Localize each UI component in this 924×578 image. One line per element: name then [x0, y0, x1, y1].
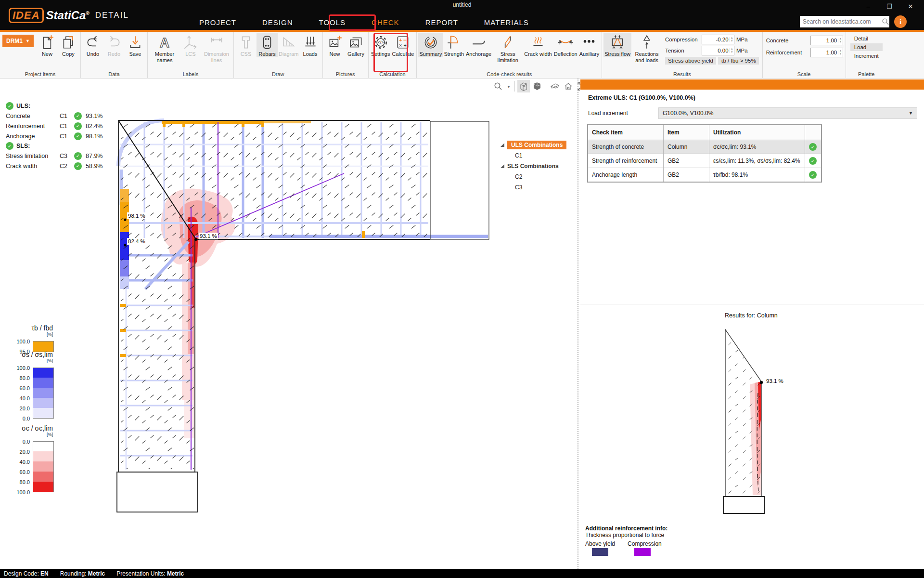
expander-icon[interactable]	[500, 164, 504, 168]
calculate-button[interactable]: + − × ÷ Calculate	[391, 33, 415, 57]
close-icon[interactable]: ✕	[900, 0, 921, 13]
check-ok-icon	[809, 143, 817, 151]
restore-icon[interactable]: ❐	[879, 0, 900, 13]
deflection-button[interactable]: Deflection	[553, 33, 578, 57]
registered-mark: ®	[86, 11, 89, 16]
titlebar: untitled – ❐ ✕ IDEA StatiCa® DETAIL PROJ…	[0, 0, 924, 30]
summary-button[interactable]: Summary	[418, 33, 443, 57]
svg-text:÷: ÷	[404, 42, 407, 48]
group-caption: Project items	[1, 71, 79, 78]
strength-button[interactable]: Strength	[443, 33, 465, 57]
panel-accent-bar	[580, 79, 924, 90]
dimension-lines-button[interactable]: Dimension lines	[201, 33, 232, 63]
concrete-scale-stepper[interactable]: 1.00 ∧∨	[810, 36, 843, 45]
above-yield-swatch	[592, 548, 608, 556]
tree-item-c1[interactable]: C1	[500, 150, 576, 161]
stepper-arrows-icon[interactable]: ∧∨	[838, 38, 842, 43]
crack-width-button[interactable]: Crack width	[523, 33, 552, 57]
expander-icon[interactable]	[500, 143, 504, 147]
redo-button[interactable]: Redo	[103, 33, 125, 57]
tab-report[interactable]: REPORT	[423, 17, 461, 27]
model-canvas[interactable]: ▾ ULS:	[0, 79, 577, 569]
tree-item-uls-combinations[interactable]: ULS Combinations	[500, 140, 576, 150]
tree-item-sls-combinations[interactable]: SLS Combinations	[500, 161, 576, 171]
svg-text:A: A	[160, 35, 169, 50]
idea-logo: IDEA	[9, 8, 44, 23]
column-result-figure	[712, 321, 847, 523]
load-increment-dropdown[interactable]: G100.0%, V100.0% ▼	[658, 107, 917, 119]
info-icon[interactable]: i	[894, 15, 907, 28]
settings-button[interactable]: </> Settings	[370, 33, 391, 57]
group-caption: Draw	[235, 71, 321, 78]
calculate-icon: + − × ÷	[395, 34, 411, 51]
settings-gear-icon: </>	[372, 34, 389, 51]
compression-stepper[interactable]: -0.20 ∧∨	[702, 35, 734, 44]
ribbon-group-results: Stress flow Reactions and loads Compress…	[602, 32, 762, 78]
concrete-scale-label: Concrete	[766, 38, 808, 43]
reinforcement-scale-label: Reinforcement	[766, 50, 808, 55]
summary-check-icon	[423, 34, 439, 51]
tab-design[interactable]: DESIGN	[259, 17, 296, 27]
design-code-status: Design Code: EN	[4, 570, 49, 577]
stress-flow-button[interactable]: Stress flow	[603, 33, 631, 57]
tab-check[interactable]: CHECK	[369, 17, 402, 27]
tab-tools[interactable]: TOOLS	[316, 17, 349, 27]
stepper-arrows-icon[interactable]: ∧∨	[730, 48, 734, 53]
reinforcement-utilization-label: 82.4 %	[127, 238, 146, 245]
diagram-button[interactable]: Diagram	[278, 33, 300, 57]
palette-load-button[interactable]: Load	[850, 43, 883, 51]
undo-button[interactable]: Undo	[82, 33, 103, 57]
idea-statica-detail-app: untitled – ❐ ✕ IDEA StatiCa® DETAIL PROJ…	[0, 0, 924, 578]
tab-project[interactable]: PROJECT	[196, 17, 239, 27]
stress-limitation-icon	[500, 34, 516, 51]
reactions-and-loads-button[interactable]: Reactions and loads	[631, 33, 662, 63]
col-check-item: Check item	[588, 125, 664, 140]
group-caption: Labels	[149, 71, 232, 78]
auxiliary-button[interactable]: Auxiliary	[578, 33, 601, 57]
tree-item-c3[interactable]: C3	[500, 182, 576, 193]
project-item-dropdown[interactable]: DRM1▼	[2, 35, 34, 47]
search-icon[interactable]	[882, 18, 889, 26]
deflection-icon	[557, 34, 574, 51]
table-row[interactable]: Strength of reinforcement GB2 εs/εs,lim:…	[588, 154, 821, 168]
lcs-button[interactable]: LCS	[180, 33, 201, 57]
stepper-arrows-icon[interactable]: ∧∨	[838, 50, 842, 55]
rebars-icon	[259, 34, 275, 51]
tension-stepper[interactable]: 0.00 ∧∨	[702, 46, 734, 55]
ribbon-group-draw: CSS Rebars Diagram	[234, 32, 323, 78]
ribbon-group-project-items: DRM1▼ New Copy	[0, 32, 81, 78]
table-header-row: Check item Item Utilization	[588, 125, 821, 140]
tab-materials[interactable]: MATERIALS	[481, 17, 532, 27]
stepper-arrows-icon[interactable]: ∧∨	[730, 37, 734, 42]
table-row[interactable]: Strength of concrete Column σc/σc,lim: 9…	[588, 140, 821, 154]
new-project-item-button[interactable]: New	[37, 33, 58, 57]
loads-button[interactable]: Loads	[300, 33, 321, 57]
copy-button[interactable]: Copy	[58, 33, 79, 57]
anchorage-button[interactable]: Anchorage	[465, 33, 492, 57]
minimize-icon[interactable]: –	[858, 0, 879, 13]
ribbon-group-palette: Detail Load Increment Palette	[846, 32, 887, 78]
rebars-button[interactable]: Rebars	[257, 33, 278, 57]
lcs-axes-icon	[182, 34, 199, 51]
tb-fbu-button[interactable]: τb / fbu > 95%	[718, 57, 759, 65]
new-document-icon	[39, 34, 55, 51]
stress-above-yield-button[interactable]: Stress above yield	[665, 57, 716, 65]
css-button[interactable]: CSS	[235, 33, 257, 57]
statica-logo: StatiCa	[46, 9, 86, 22]
new-picture-button[interactable]: New	[324, 33, 346, 57]
gallery-button[interactable]: Gallery	[346, 33, 367, 57]
concrete-utilization-label: 93.1 %	[199, 233, 218, 239]
search-input[interactable]	[800, 18, 882, 25]
gallery-icon	[348, 34, 364, 51]
reinforcement-scale-stepper[interactable]: 1.00 ∧∨	[810, 48, 843, 57]
palette-detail-button[interactable]: Detail	[850, 35, 883, 42]
member-names-button[interactable]: A Member names	[149, 33, 180, 63]
stress-limitation-button[interactable]: Stress limitation	[492, 33, 523, 63]
palette-increment-button[interactable]: Increment	[850, 52, 883, 60]
save-button[interactable]: Save	[125, 33, 146, 57]
tree-item-c2[interactable]: C2	[500, 171, 576, 182]
group-caption: Results	[603, 71, 760, 78]
check-results-table: Check item Item Utilization Strength of …	[587, 124, 822, 183]
table-row[interactable]: Anchorage length GB2 τb/fbd: 98.1%	[588, 168, 821, 183]
units-status: Presentation Units: Metric	[116, 570, 184, 577]
